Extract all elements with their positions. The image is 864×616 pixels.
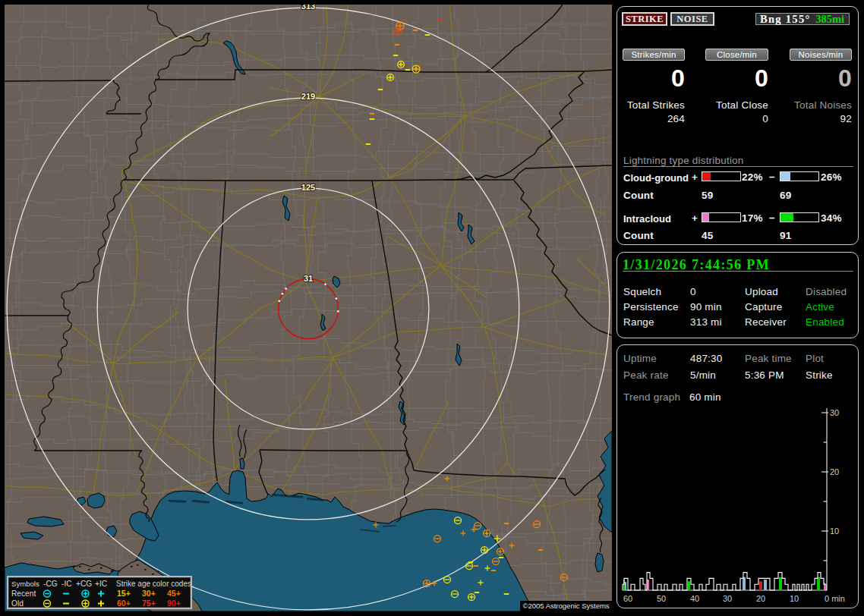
svg-text:15+: 15+ [117,589,131,598]
svg-text:30: 30 [723,594,732,603]
svg-text:Old: Old [11,599,24,608]
svg-text:30: 30 [830,408,839,417]
svg-text:125: 125 [301,183,315,192]
svg-text:-CG: -CG [43,580,58,588]
svg-text:20: 20 [830,467,839,476]
svg-text:0 min: 0 min [825,594,845,603]
svg-text:+IC: +IC [95,580,107,588]
svg-text:-IC: -IC [61,580,72,588]
svg-text:60: 60 [623,594,632,603]
svg-text:31: 31 [304,274,313,283]
svg-text:219: 219 [301,92,315,101]
svg-text:40: 40 [690,594,699,603]
svg-text:45+: 45+ [167,589,181,598]
svg-text:+CG: +CG [76,580,92,588]
svg-text:10: 10 [830,526,839,536]
svg-text:60+: 60+ [117,599,131,608]
svg-text:Recent: Recent [11,589,36,598]
svg-text:313: 313 [301,5,315,11]
svg-text:75+: 75+ [142,599,156,608]
svg-text:20: 20 [756,594,765,603]
svg-text:30+: 30+ [142,589,156,598]
svg-text:90+: 90+ [167,599,181,608]
svg-text:50: 50 [657,594,666,603]
svg-text:10: 10 [790,594,799,603]
svg-text:Symbols: Symbols [11,580,39,588]
svg-text:Strike age color codes: Strike age color codes [116,580,191,588]
